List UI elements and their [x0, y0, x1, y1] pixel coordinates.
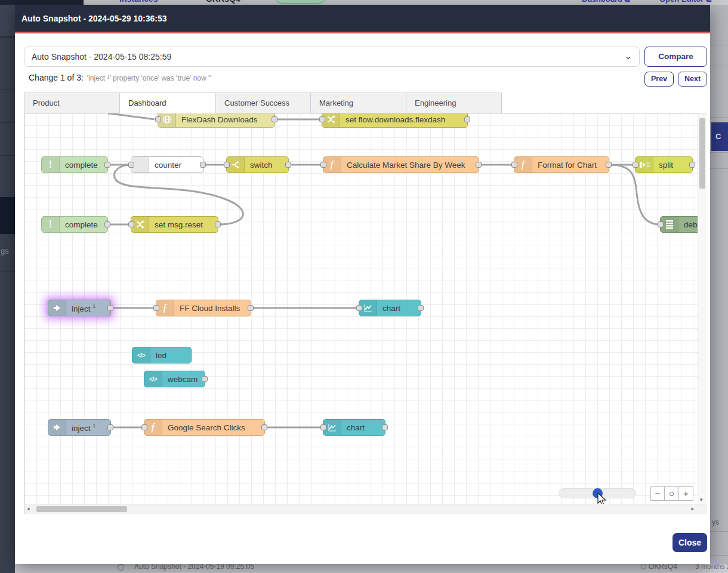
input-port: [658, 221, 664, 227]
flow-node-inject2: inject 1: [48, 419, 111, 436]
node-label: set msg.reset: [149, 220, 209, 229]
divider: [710, 117, 728, 118]
node-label: webcam: [162, 375, 203, 384]
node-label: Calculate Market Share By Week: [341, 161, 471, 170]
flow-node-setflow: set flow.downloads.flexdash: [322, 113, 468, 128]
divider: [710, 152, 728, 153]
divider: [0, 155, 15, 156]
tab-customer-success[interactable]: Customer Success: [216, 93, 311, 113]
output-port: [104, 221, 110, 227]
flow-node-chart1: chart: [359, 300, 421, 316]
divider: [710, 168, 728, 169]
scroll-right-icon[interactable]: ▸: [691, 506, 694, 512]
node-label: FF Cloud Installs: [174, 304, 246, 313]
prev-button[interactable]: Prev: [644, 72, 674, 87]
close-button[interactable]: Close: [673, 533, 707, 552]
wire-setmsg-to-counter: [115, 165, 243, 224]
input-port: [511, 162, 517, 168]
background-status-badge: [274, 0, 326, 4]
snapshot-select[interactable]: Auto Snapshot - 2024-05-15 08:25:59 ⌄: [24, 47, 640, 67]
tab-engineering[interactable]: Engineering: [406, 93, 502, 113]
output-port: [464, 116, 470, 122]
node-label: FlexDash Downloads: [176, 115, 264, 124]
node-label: split: [653, 161, 679, 170]
hexagon-icon: ⬡: [640, 564, 646, 571]
snapshot-compare-dialog: Auto Snapshot - 2024-05-29 10:36:53 Auto…: [15, 5, 710, 564]
scroll-left-icon[interactable]: ◂: [27, 506, 30, 512]
node-label: complete: [60, 220, 104, 229]
input-port: [155, 116, 161, 122]
output-port: [285, 162, 291, 168]
background-age-label: 3 months 2 weeks 4 d: [695, 564, 728, 571]
background-bottom-row: Auto Snapshot - 2024-05-19 09:25:05 ⬡ OK…: [15, 564, 728, 573]
zoom-out-button[interactable]: −: [650, 486, 665, 501]
flow-node-flexdash: FlexDash Downloads: [158, 113, 275, 128]
input-port: [633, 162, 638, 168]
vertical-scrollbar-thumb[interactable]: [699, 118, 705, 189]
background-sidebar-label: gs: [1, 247, 9, 255]
node-label: debug: [678, 220, 698, 229]
divider: [0, 122, 15, 123]
output-port: [261, 424, 267, 430]
flow-node-ffcloud: ƒFF Cloud Installs: [156, 300, 251, 316]
exclamation-icon: !: [42, 217, 60, 232]
tab-product[interactable]: Product: [24, 93, 120, 113]
node-label: chart: [377, 304, 406, 313]
next-button[interactable]: Next: [678, 72, 707, 87]
tab-marketing[interactable]: Marketing: [311, 93, 406, 113]
inject-icon: [48, 300, 66, 316]
clock-icon: [118, 564, 124, 571]
zoom-reset-button[interactable]: ○: [665, 486, 679, 501]
node-label: chart: [341, 423, 371, 432]
chevron-down-icon: ⌄: [624, 47, 632, 65]
divider: [0, 90, 15, 90]
output-port: [248, 305, 254, 311]
flow-node-inject1: inject 1: [48, 300, 111, 316]
background-open-editor-button[interactable]: Open Editor ⧉: [659, 0, 711, 4]
node-label: led: [150, 351, 172, 360]
flow-node-format: ƒFormat for Chart: [514, 156, 609, 173]
flow-node-counter: counter: [131, 156, 203, 173]
zoom-controls: − ○ +: [650, 486, 693, 501]
zoom-in-button[interactable]: +: [679, 486, 693, 501]
flow-node-complete1: !complete: [41, 156, 108, 173]
flow-canvas: FlexDash Downloadsset flow.downloads.fle…: [24, 113, 698, 504]
background-right-strip: C ys: [710, 5, 728, 573]
flow-node-split: split: [635, 156, 693, 173]
tab-dashboard[interactable]: Dashboard: [120, 93, 216, 113]
node-label: Format for Chart: [532, 161, 603, 170]
output-port: [104, 162, 110, 168]
inject-icon: [48, 420, 66, 435]
background-top-nav: Instances OKRsQ4 Dashboard ⧉ Open Editor…: [0, 0, 728, 5]
divider: [710, 45, 728, 45]
horizontal-scrollbar[interactable]: ◂ ▸: [24, 504, 707, 514]
snapshot-select-value: Auto Snapshot - 2024-05-15 08:25:59: [32, 52, 171, 61]
compare-button[interactable]: Compare: [644, 47, 707, 67]
background-sidebar-header: [0, 5, 15, 38]
input-port: [141, 424, 147, 430]
flow-node-switch: switch: [226, 156, 289, 173]
output-port: [107, 305, 113, 311]
mouse-cursor-icon: [597, 493, 608, 504]
background-instances-link[interactable]: Instances: [119, 0, 158, 4]
background-sidebar: gs: [0, 5, 15, 573]
dialog-title: Auto Snapshot - 2024-05-29 10:36:53: [21, 14, 167, 23]
flow-node-webcam: </>webcam: [144, 371, 205, 387]
output-port: [202, 376, 208, 382]
output-port: [418, 305, 424, 311]
input-port: [320, 424, 326, 430]
scroll-down-icon[interactable]: ▾: [700, 497, 703, 503]
output-port: [107, 424, 113, 430]
divider: [710, 555, 728, 556]
horizontal-scrollbar-thumb[interactable]: [36, 506, 127, 512]
background-dashboard-button[interactable]: Dashboard ⧉: [582, 0, 630, 4]
vertical-scrollbar[interactable]: ▾: [698, 113, 707, 504]
external-link-icon: ⧉: [706, 0, 711, 4]
output-port: [215, 221, 221, 227]
change-summary: Change 1 of 3:'inject ¹' property 'once'…: [29, 73, 211, 82]
background-logo-area: [0, 0, 84, 5]
divider: [710, 531, 728, 532]
input-port: [320, 162, 326, 168]
background-instance-label: ⬡ OKRsQ4: [640, 564, 677, 571]
page: Instances OKRsQ4 Dashboard ⧉ Open Editor…: [0, 0, 728, 573]
